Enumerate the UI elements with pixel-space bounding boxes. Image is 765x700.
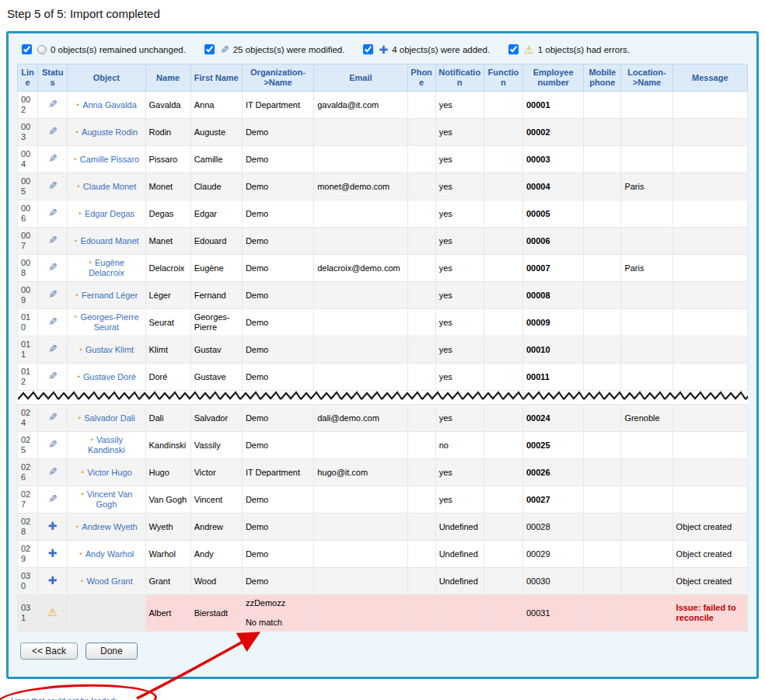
- object-cell: ‣Wood Grant: [68, 568, 145, 595]
- object-link[interactable]: Edgar Degas: [85, 209, 134, 218]
- function-cell: [484, 309, 522, 336]
- email-cell: delacroix@demo.com: [314, 255, 407, 282]
- bullet-icon: ‣: [81, 490, 85, 498]
- name-cell: Klimt: [145, 336, 190, 364]
- location-cell: [621, 514, 672, 541]
- warning-icon: ⚠: [47, 608, 58, 617]
- line-cell: 003: [18, 119, 38, 146]
- table-row: 008 ✎ ‣Eugène Delacroix Delacroix Eugène…: [18, 255, 748, 282]
- errors-label: 1 objects(s) had errors.: [538, 45, 630, 54]
- pencil-icon: ✎: [48, 440, 58, 449]
- organization-cell: IT Department: [242, 92, 313, 119]
- filter-modified[interactable]: ✎ 25 objects(s) were modified.: [204, 44, 345, 54]
- added-checkbox[interactable]: [363, 44, 373, 54]
- message-cell: [672, 336, 747, 364]
- email-cell: monet@demo.com: [314, 173, 407, 200]
- pencil-icon: ✎: [220, 45, 229, 54]
- table-row: 010 ✎ ‣Georges-Pierre Seurat Seurat Geor…: [18, 309, 748, 336]
- message-cell: [672, 119, 747, 146]
- email-cell: [314, 309, 407, 336]
- object-link[interactable]: Salvador Dali: [84, 413, 134, 423]
- object-link[interactable]: Vincent Van Gogh: [87, 489, 132, 509]
- object-link[interactable]: Eugène Delacroix: [89, 258, 124, 277]
- phone-cell: [407, 336, 435, 364]
- bullet-icon: ‣: [80, 577, 84, 585]
- phone-cell: [407, 514, 435, 541]
- modified-checkbox[interactable]: [204, 44, 215, 54]
- function-cell: [484, 541, 522, 568]
- object-link[interactable]: Edouard Manet: [80, 236, 138, 246]
- object-link[interactable]: Auguste Rodin: [82, 127, 138, 137]
- errors-checkbox[interactable]: [508, 44, 519, 54]
- object-link[interactable]: Georges-Pierre Seurat: [80, 312, 138, 332]
- location-cell: [621, 200, 672, 228]
- name-cell: Hugo: [145, 459, 190, 486]
- name-cell: Wyeth: [145, 514, 190, 541]
- location-cell: [621, 282, 672, 309]
- done-button[interactable]: Done: [86, 643, 138, 660]
- object-link[interactable]: Gustave Doré: [83, 372, 136, 381]
- lines-not-loaded-link[interactable]: Lines that could not be loaded:: [11, 697, 117, 700]
- status-cell: ✎: [38, 200, 68, 228]
- filter-added[interactable]: ✚ 4 objects(s) were added.: [363, 44, 490, 54]
- object-link[interactable]: Andy Warhol: [86, 549, 134, 559]
- filter-unchanged[interactable]: 0 objects(s) remained unchanged.: [22, 44, 186, 54]
- line-cell: 007: [18, 228, 38, 255]
- back-button[interactable]: << Back: [20, 643, 78, 660]
- object-link[interactable]: Fernand Léger: [82, 291, 138, 300]
- phone-cell: [407, 228, 435, 255]
- col-mobile-phone: Mobile phone: [584, 64, 621, 92]
- location-cell: [621, 364, 672, 391]
- object-cell: ‣Edgar Degas: [68, 200, 145, 228]
- message-cell: Issue: failed to reconcile: [672, 595, 747, 632]
- object-link[interactable]: Victor Hugo: [87, 468, 131, 477]
- function-cell: [484, 364, 522, 391]
- object-cell: ‣Claude Monet: [68, 173, 145, 200]
- message-cell: [672, 146, 747, 173]
- line-cell: 009: [18, 282, 38, 309]
- first-name-cell: Claude: [190, 173, 242, 200]
- line-cell: 005: [18, 173, 38, 200]
- notification-cell: Undefined: [435, 514, 484, 541]
- phone-cell: [407, 200, 435, 228]
- location-cell: [621, 432, 672, 459]
- notification-cell: yes: [435, 255, 484, 282]
- object-link[interactable]: Claude Monet: [83, 182, 137, 191]
- bullet-icon: ‣: [76, 101, 80, 109]
- bullet-icon: ‣: [75, 128, 79, 136]
- unchanged-checkbox[interactable]: [22, 44, 32, 54]
- mobile-phone-cell: [584, 92, 621, 119]
- organization-cell: Demo: [242, 173, 313, 200]
- status-cell: ✎: [38, 228, 68, 255]
- organization-cell: Demo: [242, 541, 313, 568]
- added-label: 4 objects(s) were added.: [392, 45, 490, 54]
- organization-cell: Demo: [242, 200, 313, 228]
- object-link[interactable]: Camille Pissaro: [80, 155, 139, 164]
- object-link[interactable]: Wood Grant: [86, 576, 132, 586]
- plus-icon: ✚: [48, 549, 58, 558]
- line-cell: 030: [18, 568, 38, 595]
- status-cell: ✎: [38, 309, 68, 336]
- status-cell: ✎: [38, 173, 68, 200]
- function-cell: [484, 486, 522, 514]
- pencil-icon: ✎: [48, 413, 58, 422]
- object-cell: ‣Anna Gavalda: [68, 92, 145, 119]
- bullet-icon: ‣: [89, 259, 93, 266]
- mobile-phone-cell: [584, 228, 621, 255]
- first-name-cell: Wood: [190, 568, 242, 595]
- employee-number-cell: 00006: [522, 228, 583, 255]
- table-row: 026 ✎ ‣Victor Hugo Hugo Victor IT Depart…: [18, 459, 748, 486]
- object-link[interactable]: Gustav Klimt: [86, 345, 134, 354]
- object-link[interactable]: Anna Gavalda: [82, 100, 137, 110]
- organization-cell: IT Department: [242, 459, 313, 486]
- email-cell: hugo@it.com: [314, 459, 407, 486]
- employee-number-cell: 00003: [522, 146, 583, 173]
- object-cell: ‣Vassily Kandinski: [68, 432, 145, 459]
- organization-cell: Demo: [242, 309, 313, 336]
- wizard-buttons: << Back Done: [20, 643, 748, 660]
- notification-cell: yes: [435, 282, 484, 309]
- filter-errors[interactable]: ⚠ 1 objects(s) had errors.: [508, 44, 630, 54]
- pencil-icon: ✎: [48, 99, 58, 109]
- location-cell: Paris: [621, 255, 672, 282]
- object-link[interactable]: Andrew Wyeth: [82, 522, 137, 531]
